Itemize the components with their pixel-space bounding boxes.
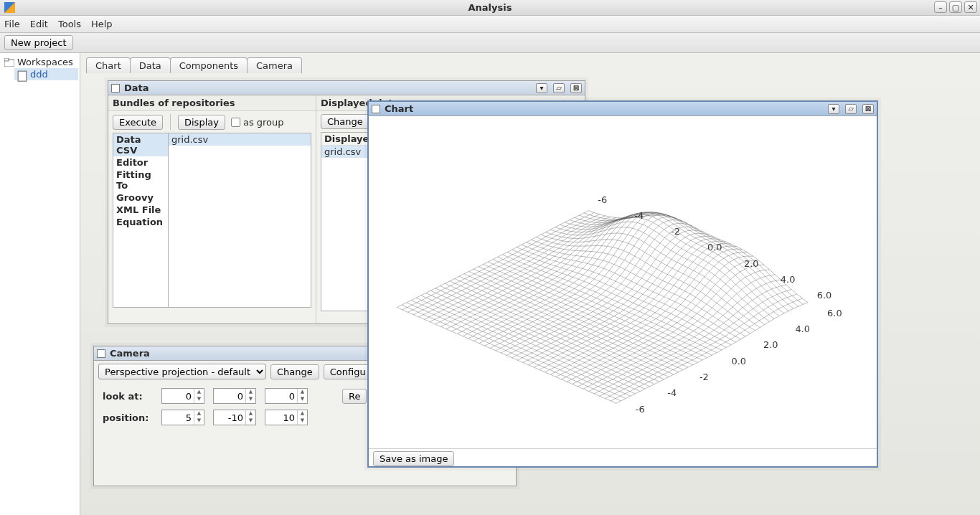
lookat-x-spinner[interactable]: ▲▼ bbox=[161, 388, 204, 404]
camera-window-title: Camera bbox=[110, 348, 150, 359]
lookat-y-input[interactable] bbox=[214, 391, 245, 402]
execute-button[interactable]: Execute bbox=[113, 115, 163, 130]
svg-text:-4: -4 bbox=[667, 387, 677, 398]
window-icon bbox=[111, 84, 120, 93]
chart-footer: Save as image bbox=[369, 448, 877, 468]
close-icon[interactable]: ⊠ bbox=[862, 104, 874, 114]
tree-root-label: Workspaces bbox=[17, 57, 73, 67]
svg-text:0.0: 0.0 bbox=[731, 356, 746, 367]
list-item[interactable]: Groovy bbox=[113, 192, 168, 204]
close-button[interactable]: ✕ bbox=[964, 1, 977, 13]
tree-child-label: ddd bbox=[30, 69, 48, 80]
toolbar: New project bbox=[0, 33, 980, 53]
repository-type-list[interactable]: Data CSV Editor Fitting To Groovy XML Fi… bbox=[113, 133, 169, 308]
list-item[interactable]: grid.csv bbox=[169, 133, 311, 146]
menu-help[interactable]: Help bbox=[91, 19, 113, 29]
svg-text:2.0: 2.0 bbox=[763, 339, 778, 350]
app-icon bbox=[4, 2, 15, 13]
main-area: Workspaces ddd Chart Data Components Cam… bbox=[0, 53, 980, 515]
menu-tools[interactable]: Tools bbox=[58, 19, 81, 29]
list-item[interactable]: Data CSV bbox=[113, 133, 168, 156]
lookat-x-input[interactable] bbox=[162, 391, 194, 402]
svg-text:-4: -4 bbox=[634, 210, 644, 221]
list-item[interactable]: Fitting To bbox=[113, 169, 168, 192]
svg-text:-6: -6 bbox=[598, 194, 607, 205]
window-title: Analysis bbox=[468, 2, 512, 13]
tree-root[interactable]: Workspaces bbox=[1, 56, 78, 68]
svg-text:6.0: 6.0 bbox=[817, 290, 832, 301]
window-icon bbox=[372, 105, 380, 113]
iconify-icon[interactable]: ▾ bbox=[536, 83, 547, 93]
svg-rect-3 bbox=[4, 58, 9, 61]
list-item[interactable]: XML File bbox=[113, 204, 168, 216]
list-item[interactable]: Equation bbox=[113, 216, 168, 228]
svg-rect-4 bbox=[18, 71, 27, 81]
chart-window-header[interactable]: Chart ▾ ▱ ⊠ bbox=[369, 102, 877, 116]
change-displayed-button[interactable]: Change bbox=[321, 114, 369, 129]
window-icon bbox=[97, 349, 105, 358]
svg-text:2.0: 2.0 bbox=[744, 258, 759, 269]
menu-file[interactable]: File bbox=[4, 19, 20, 29]
chart-window-title: Chart bbox=[385, 103, 413, 114]
tab-components[interactable]: Components bbox=[170, 57, 248, 73]
tab-chart[interactable]: Chart bbox=[86, 57, 131, 73]
window-buttons: – ▢ ✕ bbox=[934, 1, 977, 13]
position-z-spinner[interactable]: ▲▼ bbox=[265, 410, 308, 425]
view-tabs: Chart Data Components Camera bbox=[86, 57, 980, 73]
svg-text:6.0: 6.0 bbox=[827, 308, 842, 318]
position-y-input[interactable] bbox=[214, 412, 245, 423]
camera-reset-button[interactable]: Re bbox=[342, 389, 367, 404]
camera-change-button[interactable]: Change bbox=[270, 364, 319, 379]
svg-text:4.0: 4.0 bbox=[781, 274, 796, 285]
position-x-spinner[interactable]: ▲▼ bbox=[161, 410, 204, 425]
as-group-label: as group bbox=[243, 117, 284, 128]
svg-text:-2: -2 bbox=[699, 372, 709, 382]
position-z-input[interactable] bbox=[265, 412, 297, 423]
svg-text:4.0: 4.0 bbox=[796, 323, 811, 334]
iconify-icon[interactable]: ▾ bbox=[828, 104, 839, 114]
tree-child[interactable]: ddd bbox=[14, 68, 78, 80]
lookat-z-input[interactable] bbox=[265, 391, 297, 402]
lookat-label: look at: bbox=[103, 391, 153, 402]
menu-edit[interactable]: Edit bbox=[30, 19, 48, 29]
data-window-title: Data bbox=[124, 82, 149, 93]
maximize-icon[interactable]: ▱ bbox=[845, 104, 857, 114]
position-label: position: bbox=[103, 412, 153, 423]
maximize-icon[interactable]: ▱ bbox=[553, 83, 565, 93]
close-icon[interactable]: ⊠ bbox=[570, 83, 582, 93]
repository-file-list[interactable]: grid.csv bbox=[169, 133, 311, 308]
folder-icon bbox=[4, 58, 14, 67]
file-icon bbox=[17, 70, 27, 79]
as-group-checkbox[interactable]: as group bbox=[231, 117, 284, 128]
lookat-y-spinner[interactable]: ▲▼ bbox=[213, 388, 256, 404]
minimize-button[interactable]: – bbox=[934, 1, 947, 13]
chart-window[interactable]: Chart ▾ ▱ ⊠ -6-6-4-4-2-20.00.02.02.04.04… bbox=[367, 100, 878, 468]
save-as-image-button[interactable]: Save as image bbox=[373, 451, 454, 466]
bundles-header: Bundles of repositories bbox=[108, 95, 316, 111]
svg-text:-6: -6 bbox=[636, 404, 645, 415]
display-button[interactable]: Display bbox=[178, 115, 225, 130]
data-window-header[interactable]: Data ▾ ▱ ⊠ bbox=[108, 81, 585, 95]
new-project-button[interactable]: New project bbox=[4, 35, 73, 50]
chart-3d-canvas[interactable]: -6-6-4-4-2-20.00.02.02.04.04.06.06.0 bbox=[369, 116, 877, 446]
svg-text:0.0: 0.0 bbox=[707, 242, 722, 252]
tab-data[interactable]: Data bbox=[130, 57, 171, 73]
menubar: File Edit Tools Help bbox=[0, 16, 980, 33]
svg-text:-2: -2 bbox=[671, 226, 680, 237]
projection-select[interactable]: Perspective projection - default bbox=[98, 364, 266, 379]
tab-camera[interactable]: Camera bbox=[247, 57, 302, 73]
position-y-spinner[interactable]: ▲▼ bbox=[213, 410, 256, 425]
os-titlebar: Analysis – ▢ ✕ bbox=[0, 0, 980, 16]
workspace-canvas: Chart Data Components Camera Data ▾ ▱ ⊠ … bbox=[80, 53, 980, 515]
workspace-tree: Workspaces ddd bbox=[0, 53, 80, 515]
camera-configure-button[interactable]: Configu bbox=[324, 364, 372, 379]
list-item[interactable]: Editor bbox=[113, 156, 168, 169]
maximize-button[interactable]: ▢ bbox=[949, 1, 962, 13]
position-x-input[interactable] bbox=[162, 412, 194, 423]
lookat-z-spinner[interactable]: ▲▼ bbox=[265, 388, 308, 404]
